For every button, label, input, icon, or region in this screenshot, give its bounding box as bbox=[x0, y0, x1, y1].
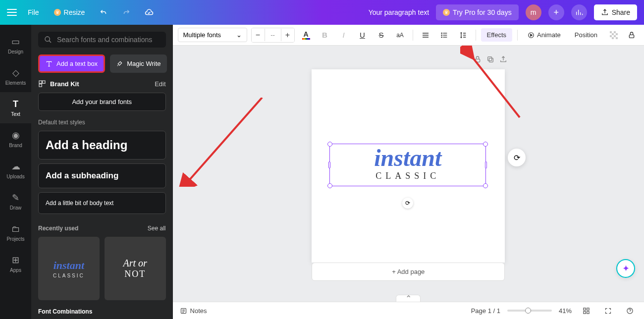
animate-icon bbox=[528, 32, 535, 39]
rail-apps[interactable]: ⊞Apps bbox=[0, 248, 31, 279]
rail-uploads[interactable]: ☁Uploads bbox=[0, 155, 31, 186]
resize-handle[interactable] bbox=[327, 183, 332, 188]
effects-button[interactable]: Effects bbox=[481, 28, 513, 42]
strikethrough-button[interactable]: S bbox=[374, 28, 389, 43]
search-box[interactable] bbox=[38, 32, 166, 48]
grid-view-button[interactable] bbox=[579, 303, 593, 318]
rail-draw[interactable]: ✎Draw bbox=[0, 186, 31, 217]
zoom-value[interactable]: 41% bbox=[559, 307, 572, 315]
canvas-page[interactable]: instant CLASSIC ⟳ ⟳ bbox=[312, 69, 505, 263]
menu-icon[interactable] bbox=[7, 9, 17, 16]
svg-rect-27 bbox=[583, 311, 585, 313]
file-menu[interactable]: File bbox=[24, 5, 43, 19]
elements-icon: ◇ bbox=[10, 67, 21, 78]
text-icon: T bbox=[10, 99, 21, 109]
resize-handle[interactable] bbox=[328, 161, 330, 168]
svg-rect-13 bbox=[614, 35, 616, 37]
page-tray-toggle[interactable]: ⌃ bbox=[396, 295, 421, 302]
resize-handle[interactable] bbox=[483, 142, 488, 147]
regenerate-button[interactable]: ⟳ bbox=[508, 149, 526, 166]
add-brand-fonts-button[interactable]: Add your brand fonts bbox=[38, 93, 166, 111]
rail-elements[interactable]: ◇Elements bbox=[0, 61, 31, 92]
page-actions bbox=[474, 55, 507, 65]
animate-button[interactable]: Animate bbox=[523, 28, 566, 42]
canvas-toolbar: Multiple fonts⌄ − -- + A B I U S aA Effe… bbox=[173, 25, 644, 46]
recent-thumb-1[interactable]: instant CLASSIC bbox=[38, 237, 100, 300]
transparency-button[interactable] bbox=[606, 28, 621, 43]
brand-icon: ◉ bbox=[10, 130, 21, 141]
projects-icon: 🗀 bbox=[10, 223, 21, 234]
text-color-button[interactable]: A bbox=[299, 28, 314, 43]
resize-handle[interactable] bbox=[485, 161, 487, 168]
text-selection[interactable]: instant CLASSIC ⟳ bbox=[329, 144, 486, 186]
resize-handle[interactable] bbox=[327, 142, 332, 147]
rail-text[interactable]: TText bbox=[0, 92, 31, 123]
svg-rect-25 bbox=[583, 308, 585, 310]
add-heading-button[interactable]: Add a heading bbox=[38, 131, 166, 160]
underline-button[interactable]: U bbox=[355, 28, 370, 43]
rail-brand[interactable]: ◉Brand bbox=[0, 123, 31, 155]
decrease-size-button[interactable]: − bbox=[252, 28, 265, 42]
insights-button[interactable] bbox=[571, 4, 587, 20]
add-body-button[interactable]: Add a little bit of body text bbox=[38, 192, 166, 214]
fullscreen-button[interactable] bbox=[600, 303, 615, 318]
list-button[interactable] bbox=[437, 28, 452, 43]
cloud-sync-icon[interactable] bbox=[141, 4, 157, 20]
share-page-icon[interactable] bbox=[499, 55, 507, 65]
svg-rect-15 bbox=[616, 37, 618, 39]
avatar[interactable]: m bbox=[526, 4, 541, 20]
add-page-button[interactable]: + Add page bbox=[312, 263, 505, 281]
redo-button[interactable] bbox=[118, 4, 134, 20]
add-member-button[interactable]: + bbox=[548, 4, 564, 20]
font-size-value[interactable]: -- bbox=[265, 29, 281, 41]
default-styles-label: Default text styles bbox=[38, 119, 166, 126]
text-classic[interactable]: CLASSIC bbox=[330, 171, 485, 181]
bold-button[interactable]: B bbox=[318, 28, 332, 43]
notes-button[interactable]: Notes bbox=[180, 307, 207, 315]
spacing-button[interactable] bbox=[456, 28, 471, 43]
resize-button[interactable]: ♛Resize bbox=[50, 5, 89, 19]
svg-rect-19 bbox=[488, 57, 492, 61]
svg-rect-17 bbox=[476, 59, 480, 62]
zoom-thumb[interactable] bbox=[525, 308, 531, 314]
brand-kit-edit[interactable]: Edit bbox=[155, 80, 165, 88]
annotation-arrow bbox=[178, 98, 267, 187]
position-button[interactable]: Position bbox=[570, 28, 602, 42]
italic-button[interactable]: I bbox=[336, 28, 351, 43]
help-button[interactable] bbox=[622, 303, 637, 318]
text-box-icon bbox=[46, 60, 53, 67]
search-input[interactable] bbox=[57, 36, 160, 44]
magic-write-button[interactable]: Magic Write bbox=[110, 54, 166, 73]
font-select[interactable]: Multiple fonts⌄ bbox=[178, 28, 247, 42]
rail-projects[interactable]: 🗀Projects bbox=[0, 217, 31, 248]
rotate-handle[interactable]: ⟳ bbox=[402, 198, 413, 209]
zoom-slider[interactable] bbox=[507, 310, 552, 312]
recent-thumb-2[interactable]: Art or NOT bbox=[105, 237, 166, 300]
align-button[interactable] bbox=[418, 28, 433, 43]
svg-rect-14 bbox=[612, 37, 614, 39]
add-subheading-button[interactable]: Add a subheading bbox=[38, 163, 166, 188]
uploads-icon: ☁ bbox=[10, 161, 21, 172]
svg-point-0 bbox=[45, 37, 50, 41]
resize-handle[interactable] bbox=[483, 183, 488, 188]
bottom-bar: Notes Page 1 / 1 41% bbox=[173, 302, 644, 319]
duplicate-page-icon[interactable] bbox=[486, 55, 494, 65]
increase-size-button[interactable]: + bbox=[281, 28, 294, 42]
svg-rect-10 bbox=[612, 33, 614, 35]
rail-design[interactable]: ▭Design bbox=[0, 30, 31, 61]
document-title[interactable]: Your paragraph text bbox=[369, 8, 429, 16]
text-instant[interactable]: instant bbox=[330, 144, 485, 170]
lock-page-icon[interactable] bbox=[474, 55, 482, 65]
case-button[interactable]: aA bbox=[393, 28, 408, 43]
undo-button[interactable] bbox=[96, 4, 111, 20]
magic-icon bbox=[116, 60, 123, 67]
lock-button[interactable] bbox=[624, 28, 639, 43]
share-button[interactable]: Share bbox=[594, 4, 637, 20]
chevron-down-icon: ⌄ bbox=[236, 31, 242, 39]
canvas-viewport[interactable]: Magic Write Ungroup ⋯ instant CLASSIC bbox=[173, 46, 644, 302]
assistant-button[interactable]: ✦ bbox=[616, 259, 635, 278]
side-rail: ▭Design ◇Elements TText ◉Brand ☁Uploads … bbox=[0, 25, 31, 319]
try-pro-button[interactable]: ♛Try Pro for 30 days bbox=[436, 4, 519, 20]
add-text-box-button[interactable]: Add a text box bbox=[38, 54, 105, 73]
see-all-link[interactable]: See all bbox=[148, 225, 166, 232]
